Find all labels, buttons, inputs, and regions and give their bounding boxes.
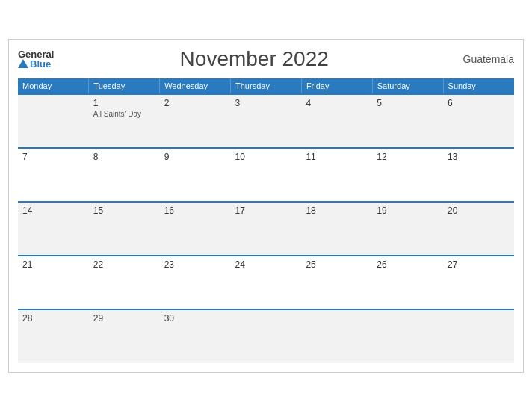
calendar-cell	[18, 94, 89, 148]
calendar-cell: 20	[443, 202, 514, 256]
day-number: 20	[448, 206, 510, 216]
calendar-cell: 16	[160, 202, 231, 256]
day-number: 10	[235, 152, 297, 162]
logo-general-text: General	[18, 49, 54, 59]
calendar-week-row: 21222324252627	[18, 256, 514, 309]
header-saturday: Saturday	[372, 78, 443, 94]
weekday-header-row: Monday Tuesday Wednesday Thursday Friday…	[18, 78, 514, 94]
calendar-cell: 15	[89, 202, 160, 256]
header-friday: Friday	[301, 78, 372, 94]
day-number: 25	[306, 259, 368, 270]
calendar-cell	[301, 309, 372, 363]
logo-triangle-icon	[18, 59, 28, 68]
calendar-cell	[443, 309, 514, 363]
calendar-container: General Blue November 2022 Guatemala Mon…	[8, 39, 524, 373]
calendar-cell: 4	[301, 94, 372, 148]
calendar-cell: 8	[89, 148, 160, 202]
day-number: 12	[377, 152, 439, 162]
calendar-cell: 2	[160, 94, 231, 148]
calendar-cell: 27	[443, 256, 514, 309]
calendar-cell: 30	[160, 309, 231, 363]
calendar-cell: 26	[372, 256, 443, 309]
calendar-title: November 2022	[54, 47, 454, 71]
calendar-cell: 29	[89, 309, 160, 363]
holiday-label: All Saints' Day	[93, 110, 155, 118]
day-number: 18	[306, 206, 368, 216]
header-monday: Monday	[18, 78, 89, 94]
header-thursday: Thursday	[231, 78, 302, 94]
calendar-cell: 9	[160, 148, 231, 202]
logo: General Blue	[18, 49, 54, 69]
day-number: 28	[22, 313, 84, 324]
day-number: 16	[164, 206, 226, 216]
calendar-cell: 19	[372, 202, 443, 256]
calendar-cell: 13	[443, 148, 514, 202]
day-number: 2	[164, 98, 226, 108]
calendar-cell: 1All Saints' Day	[89, 94, 160, 148]
day-number: 14	[22, 206, 84, 216]
day-number: 15	[93, 206, 155, 216]
calendar-cell: 23	[160, 256, 231, 309]
day-number: 9	[164, 152, 226, 162]
calendar-cell: 3	[231, 94, 302, 148]
day-number: 5	[377, 98, 439, 108]
day-number: 21	[22, 259, 84, 270]
day-number: 19	[377, 206, 439, 216]
day-number: 1	[93, 98, 155, 108]
day-number: 13	[448, 152, 510, 162]
calendar-cell: 22	[89, 256, 160, 309]
calendar-cell	[231, 309, 302, 363]
day-number: 27	[448, 259, 510, 270]
calendar-cell: 17	[231, 202, 302, 256]
calendar-cell: 21	[18, 256, 89, 309]
logo-blue-row: Blue	[18, 59, 51, 69]
calendar-cell: 7	[18, 148, 89, 202]
calendar-week-row: 78910111213	[18, 148, 514, 202]
calendar-cell: 28	[18, 309, 89, 363]
day-number: 29	[93, 313, 155, 324]
day-number: 24	[235, 259, 297, 270]
calendar-cell: 6	[443, 94, 514, 148]
day-number: 6	[448, 98, 510, 108]
day-number: 8	[93, 152, 155, 162]
calendar-week-row: 1All Saints' Day23456	[18, 94, 514, 148]
calendar-cell: 5	[372, 94, 443, 148]
day-number: 22	[93, 259, 155, 270]
calendar-cell: 24	[231, 256, 302, 309]
header-tuesday: Tuesday	[89, 78, 160, 94]
header-wednesday: Wednesday	[160, 78, 231, 94]
logo-blue-text: Blue	[30, 59, 51, 69]
day-number: 26	[377, 259, 439, 270]
day-number: 11	[306, 152, 368, 162]
calendar-cell: 12	[372, 148, 443, 202]
calendar-table: Monday Tuesday Wednesday Thursday Friday…	[18, 78, 514, 363]
calendar-header: General Blue November 2022 Guatemala	[18, 47, 514, 71]
day-number: 7	[22, 152, 84, 162]
calendar-week-row: 14151617181920	[18, 202, 514, 256]
day-number: 4	[306, 98, 368, 108]
country-label: Guatemala	[454, 53, 514, 65]
calendar-cell	[372, 309, 443, 363]
calendar-cell: 14	[18, 202, 89, 256]
calendar-cell: 11	[301, 148, 372, 202]
header-sunday: Sunday	[443, 78, 514, 94]
calendar-week-row: 282930	[18, 309, 514, 363]
calendar-cell: 25	[301, 256, 372, 309]
day-number: 23	[164, 259, 226, 270]
calendar-cell: 18	[301, 202, 372, 256]
day-number: 17	[235, 206, 297, 216]
day-number: 3	[235, 98, 297, 108]
day-number: 30	[164, 313, 226, 324]
calendar-cell: 10	[231, 148, 302, 202]
